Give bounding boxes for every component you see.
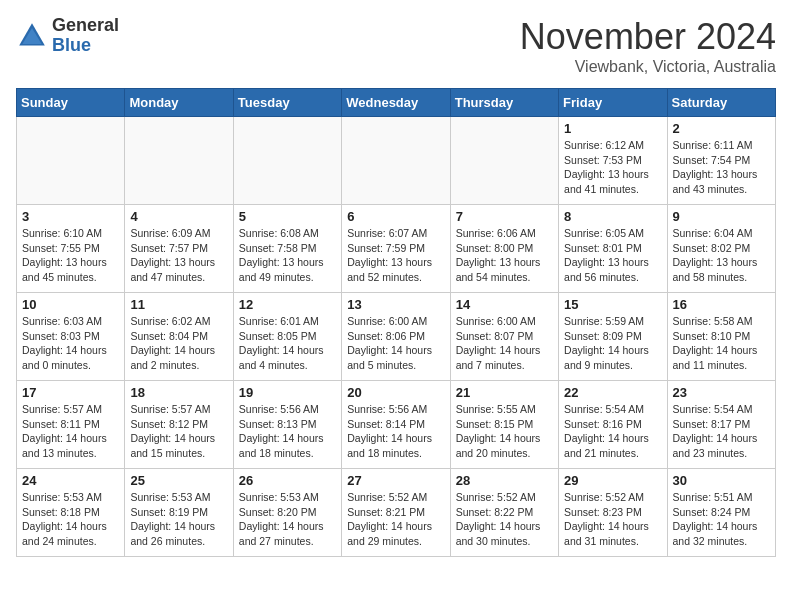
day-number: 2: [673, 121, 770, 136]
calendar-cell: 5Sunrise: 6:08 AM Sunset: 7:58 PM Daylig…: [233, 205, 341, 293]
day-number: 14: [456, 297, 553, 312]
calendar-cell: 4Sunrise: 6:09 AM Sunset: 7:57 PM Daylig…: [125, 205, 233, 293]
logo: General Blue: [16, 16, 119, 56]
calendar-cell: 6Sunrise: 6:07 AM Sunset: 7:59 PM Daylig…: [342, 205, 450, 293]
day-info: Sunrise: 6:09 AM Sunset: 7:57 PM Dayligh…: [130, 226, 227, 285]
calendar-cell: [342, 117, 450, 205]
logo-blue-text: Blue: [52, 36, 119, 56]
weekday-header-monday: Monday: [125, 89, 233, 117]
calendar-cell: 13Sunrise: 6:00 AM Sunset: 8:06 PM Dayli…: [342, 293, 450, 381]
calendar-cell: 26Sunrise: 5:53 AM Sunset: 8:20 PM Dayli…: [233, 469, 341, 557]
day-info: Sunrise: 5:58 AM Sunset: 8:10 PM Dayligh…: [673, 314, 770, 373]
day-info: Sunrise: 5:57 AM Sunset: 8:11 PM Dayligh…: [22, 402, 119, 461]
calendar-week-3: 10Sunrise: 6:03 AM Sunset: 8:03 PM Dayli…: [17, 293, 776, 381]
day-number: 13: [347, 297, 444, 312]
location-subtitle: Viewbank, Victoria, Australia: [520, 58, 776, 76]
calendar-cell: [233, 117, 341, 205]
calendar-cell: 20Sunrise: 5:56 AM Sunset: 8:14 PM Dayli…: [342, 381, 450, 469]
day-number: 17: [22, 385, 119, 400]
day-number: 11: [130, 297, 227, 312]
weekday-header-tuesday: Tuesday: [233, 89, 341, 117]
calendar-cell: [125, 117, 233, 205]
day-number: 28: [456, 473, 553, 488]
day-info: Sunrise: 6:11 AM Sunset: 7:54 PM Dayligh…: [673, 138, 770, 197]
day-number: 19: [239, 385, 336, 400]
calendar-cell: 19Sunrise: 5:56 AM Sunset: 8:13 PM Dayli…: [233, 381, 341, 469]
calendar-cell: 8Sunrise: 6:05 AM Sunset: 8:01 PM Daylig…: [559, 205, 667, 293]
day-info: Sunrise: 5:56 AM Sunset: 8:14 PM Dayligh…: [347, 402, 444, 461]
day-number: 25: [130, 473, 227, 488]
day-info: Sunrise: 5:52 AM Sunset: 8:21 PM Dayligh…: [347, 490, 444, 549]
calendar-cell: 16Sunrise: 5:58 AM Sunset: 8:10 PM Dayli…: [667, 293, 775, 381]
day-number: 6: [347, 209, 444, 224]
calendar-week-5: 24Sunrise: 5:53 AM Sunset: 8:18 PM Dayli…: [17, 469, 776, 557]
calendar-cell: 28Sunrise: 5:52 AM Sunset: 8:22 PM Dayli…: [450, 469, 558, 557]
day-number: 15: [564, 297, 661, 312]
calendar-cell: 22Sunrise: 5:54 AM Sunset: 8:16 PM Dayli…: [559, 381, 667, 469]
day-number: 16: [673, 297, 770, 312]
day-info: Sunrise: 6:00 AM Sunset: 8:06 PM Dayligh…: [347, 314, 444, 373]
day-number: 9: [673, 209, 770, 224]
calendar-cell: 3Sunrise: 6:10 AM Sunset: 7:55 PM Daylig…: [17, 205, 125, 293]
weekday-header-friday: Friday: [559, 89, 667, 117]
day-number: 30: [673, 473, 770, 488]
day-number: 26: [239, 473, 336, 488]
calendar-cell: 24Sunrise: 5:53 AM Sunset: 8:18 PM Dayli…: [17, 469, 125, 557]
calendar-cell: 30Sunrise: 5:51 AM Sunset: 8:24 PM Dayli…: [667, 469, 775, 557]
calendar-cell: 9Sunrise: 6:04 AM Sunset: 8:02 PM Daylig…: [667, 205, 775, 293]
calendar-cell: 2Sunrise: 6:11 AM Sunset: 7:54 PM Daylig…: [667, 117, 775, 205]
day-info: Sunrise: 6:08 AM Sunset: 7:58 PM Dayligh…: [239, 226, 336, 285]
day-info: Sunrise: 5:51 AM Sunset: 8:24 PM Dayligh…: [673, 490, 770, 549]
calendar-cell: [17, 117, 125, 205]
month-year-title: November 2024: [520, 16, 776, 58]
calendar-week-4: 17Sunrise: 5:57 AM Sunset: 8:11 PM Dayli…: [17, 381, 776, 469]
calendar-cell: 17Sunrise: 5:57 AM Sunset: 8:11 PM Dayli…: [17, 381, 125, 469]
calendar-cell: 18Sunrise: 5:57 AM Sunset: 8:12 PM Dayli…: [125, 381, 233, 469]
day-info: Sunrise: 6:06 AM Sunset: 8:00 PM Dayligh…: [456, 226, 553, 285]
calendar-cell: 7Sunrise: 6:06 AM Sunset: 8:00 PM Daylig…: [450, 205, 558, 293]
calendar-cell: 14Sunrise: 6:00 AM Sunset: 8:07 PM Dayli…: [450, 293, 558, 381]
day-number: 21: [456, 385, 553, 400]
calendar-week-1: 1Sunrise: 6:12 AM Sunset: 7:53 PM Daylig…: [17, 117, 776, 205]
day-info: Sunrise: 5:59 AM Sunset: 8:09 PM Dayligh…: [564, 314, 661, 373]
page-header: General Blue November 2024 Viewbank, Vic…: [16, 16, 776, 76]
calendar-cell: 25Sunrise: 5:53 AM Sunset: 8:19 PM Dayli…: [125, 469, 233, 557]
logo-icon: [16, 20, 48, 52]
day-info: Sunrise: 6:00 AM Sunset: 8:07 PM Dayligh…: [456, 314, 553, 373]
day-info: Sunrise: 5:53 AM Sunset: 8:20 PM Dayligh…: [239, 490, 336, 549]
day-number: 20: [347, 385, 444, 400]
day-number: 1: [564, 121, 661, 136]
day-info: Sunrise: 5:57 AM Sunset: 8:12 PM Dayligh…: [130, 402, 227, 461]
calendar-cell: 12Sunrise: 6:01 AM Sunset: 8:05 PM Dayli…: [233, 293, 341, 381]
calendar-cell: 1Sunrise: 6:12 AM Sunset: 7:53 PM Daylig…: [559, 117, 667, 205]
day-info: Sunrise: 5:54 AM Sunset: 8:17 PM Dayligh…: [673, 402, 770, 461]
day-number: 12: [239, 297, 336, 312]
day-info: Sunrise: 6:10 AM Sunset: 7:55 PM Dayligh…: [22, 226, 119, 285]
day-info: Sunrise: 5:56 AM Sunset: 8:13 PM Dayligh…: [239, 402, 336, 461]
day-number: 22: [564, 385, 661, 400]
day-number: 10: [22, 297, 119, 312]
calendar-week-2: 3Sunrise: 6:10 AM Sunset: 7:55 PM Daylig…: [17, 205, 776, 293]
day-info: Sunrise: 5:53 AM Sunset: 8:19 PM Dayligh…: [130, 490, 227, 549]
weekday-header-sunday: Sunday: [17, 89, 125, 117]
logo-general-text: General: [52, 16, 119, 36]
calendar-cell: 15Sunrise: 5:59 AM Sunset: 8:09 PM Dayli…: [559, 293, 667, 381]
weekday-header-wednesday: Wednesday: [342, 89, 450, 117]
calendar-cell: 10Sunrise: 6:03 AM Sunset: 8:03 PM Dayli…: [17, 293, 125, 381]
weekday-header-saturday: Saturday: [667, 89, 775, 117]
day-number: 23: [673, 385, 770, 400]
day-number: 29: [564, 473, 661, 488]
day-info: Sunrise: 5:55 AM Sunset: 8:15 PM Dayligh…: [456, 402, 553, 461]
calendar-cell: 23Sunrise: 5:54 AM Sunset: 8:17 PM Dayli…: [667, 381, 775, 469]
calendar-cell: 11Sunrise: 6:02 AM Sunset: 8:04 PM Dayli…: [125, 293, 233, 381]
calendar-cell: [450, 117, 558, 205]
day-info: Sunrise: 6:02 AM Sunset: 8:04 PM Dayligh…: [130, 314, 227, 373]
title-area: November 2024 Viewbank, Victoria, Austra…: [520, 16, 776, 76]
day-info: Sunrise: 6:01 AM Sunset: 8:05 PM Dayligh…: [239, 314, 336, 373]
calendar-cell: 21Sunrise: 5:55 AM Sunset: 8:15 PM Dayli…: [450, 381, 558, 469]
calendar-cell: 29Sunrise: 5:52 AM Sunset: 8:23 PM Dayli…: [559, 469, 667, 557]
day-number: 4: [130, 209, 227, 224]
day-number: 18: [130, 385, 227, 400]
day-number: 3: [22, 209, 119, 224]
day-number: 27: [347, 473, 444, 488]
